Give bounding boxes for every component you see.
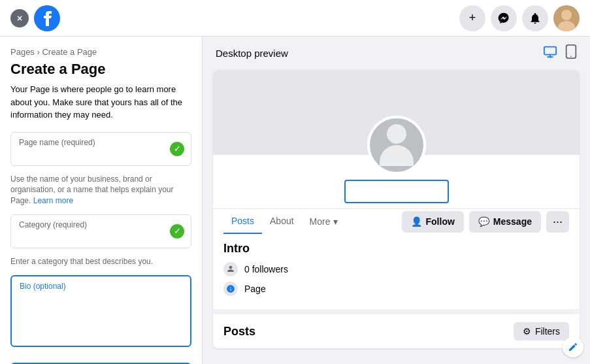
top-bar: × + <box>0 0 590 37</box>
page-name-check-icon: ✓ <box>170 142 184 156</box>
category-hint: Enter a category that best describes you… <box>10 256 191 267</box>
page-name-input-wrapper: Page name (required) ✓ <box>10 132 191 166</box>
learn-more-link[interactable]: Learn more <box>33 196 73 205</box>
follow-button[interactable]: 👤 Follow <box>402 211 464 233</box>
tab-about[interactable]: About <box>262 209 302 234</box>
main-layout: Pages › Create a Page Create a Page Your… <box>0 37 590 364</box>
left-panel: Pages › Create a Page Create a Page Your… <box>0 37 203 364</box>
page-preview-card: Posts About More ▾ 👤 Follow 💬 Message ··… <box>213 70 580 348</box>
filters-button[interactable]: ⚙ Filters <box>514 322 569 340</box>
followers-item: 0 followers <box>223 262 569 276</box>
category-check-icon: ✓ <box>170 224 184 239</box>
page-description: Your Page is where people go to learn mo… <box>10 83 191 122</box>
facebook-logo <box>34 5 60 31</box>
message-icon: 💬 <box>478 216 489 227</box>
edit-icon[interactable] <box>563 337 583 357</box>
tab-posts[interactable]: Posts <box>223 209 262 234</box>
page-name-box <box>344 180 449 203</box>
follow-icon: 👤 <box>411 216 422 227</box>
page-name-hint: Use the name of your business, brand or … <box>10 174 191 207</box>
page-name-group: Page name (required) ✓ <box>10 132 191 166</box>
posts-header: Posts ⚙ Filters <box>223 322 569 340</box>
category-input[interactable] <box>19 231 165 242</box>
page-title: Create a Page <box>10 61 191 78</box>
page-name-label: Page name (required) <box>19 138 165 147</box>
nav-actions: 👤 Follow 💬 Message ··· <box>402 211 570 233</box>
category-group: Category (required) ✓ <box>10 214 191 248</box>
silhouette-body <box>380 145 414 166</box>
right-panel: Desktop preview <box>203 37 590 364</box>
followers-icon <box>223 262 238 276</box>
user-avatar[interactable] <box>553 5 580 31</box>
posts-section: Posts ⚙ Filters <box>213 309 580 348</box>
cover-area <box>213 70 580 155</box>
bio-input-wrapper: Bio (optional) <box>10 275 191 347</box>
notifications-icon <box>529 12 542 25</box>
preview-title: Desktop preview <box>216 48 288 59</box>
preview-header: Desktop preview <box>203 37 590 70</box>
page-info-icon <box>223 282 238 296</box>
profile-picture-area <box>367 116 426 174</box>
bio-group: Bio (optional) <box>10 275 191 347</box>
posts-title: Posts <box>223 325 255 339</box>
preview-view-toggle <box>543 44 577 62</box>
mobile-view-icon[interactable] <box>565 44 577 62</box>
left-content: Pages › Create a Page Create a Page Your… <box>0 37 202 364</box>
bio-input[interactable] <box>20 293 182 339</box>
top-bar-right: + <box>459 5 580 31</box>
add-button[interactable]: + <box>459 5 485 31</box>
category-label: Category (required) <box>19 220 165 229</box>
profile-circle <box>367 116 426 174</box>
chevron-down-icon: ▾ <box>333 216 338 227</box>
tab-more[interactable]: More ▾ <box>302 210 346 233</box>
svg-point-2 <box>561 10 572 20</box>
page-type-item: Page <box>223 282 569 296</box>
filters-icon: ⚙ <box>523 326 531 337</box>
breadcrumb: Pages › Create a Page <box>10 47 191 57</box>
close-button[interactable]: × <box>10 9 29 27</box>
profile-silhouette <box>380 124 414 166</box>
silhouette-head <box>387 124 406 144</box>
top-bar-left: × <box>10 5 60 31</box>
messenger-icon <box>497 12 510 25</box>
desktop-view-icon[interactable] <box>543 44 557 62</box>
svg-rect-4 <box>544 47 556 55</box>
message-button[interactable]: 💬 Message <box>469 211 541 233</box>
bio-label: Bio (optional) <box>20 282 182 291</box>
messenger-button[interactable] <box>491 5 517 31</box>
intro-section: Intro 0 followers <box>213 234 580 309</box>
page-nav: Posts About More ▾ 👤 Follow 💬 Message ··… <box>213 208 580 234</box>
page-name-input[interactable] <box>19 149 165 159</box>
intro-title: Intro <box>223 242 569 256</box>
more-actions-button[interactable]: ··· <box>546 211 569 233</box>
category-input-wrapper: Category (required) ✓ <box>10 214 191 248</box>
svg-point-6 <box>570 56 572 57</box>
name-box-area <box>213 180 580 208</box>
notifications-button[interactable] <box>522 5 548 31</box>
